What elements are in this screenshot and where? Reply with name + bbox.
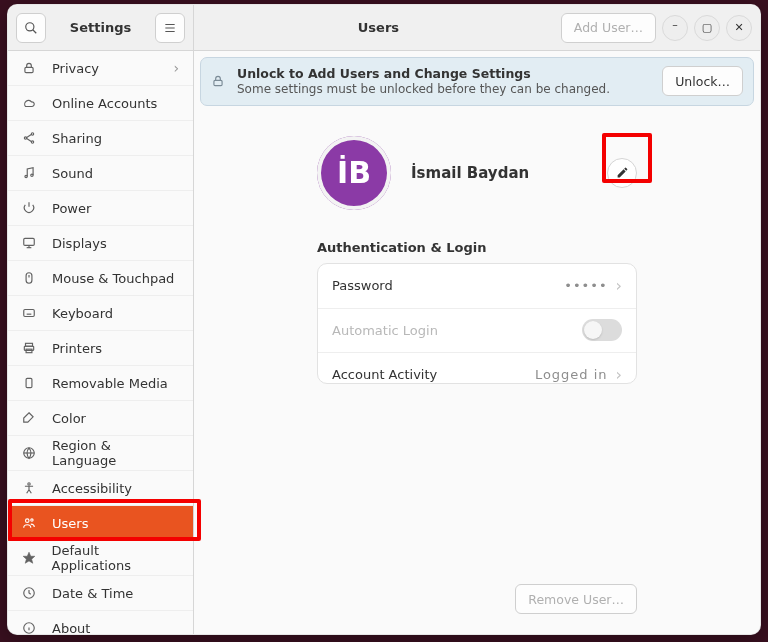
svg-point-7: [24, 137, 26, 139]
sidebar-item-accessibility[interactable]: Accessibility: [8, 471, 193, 506]
power-icon: [22, 201, 40, 215]
sidebar[interactable]: Privacy›Online AccountsSharingSoundPower…: [8, 51, 194, 634]
settings-window: Settings Users Add User… – ▢ ✕ Privacy›O…: [7, 4, 761, 635]
search-button[interactable]: [16, 13, 46, 43]
sidebar-item-about[interactable]: About: [8, 611, 193, 634]
sidebar-item-removable-media[interactable]: Removable Media: [8, 366, 193, 401]
printer-icon: [22, 341, 40, 355]
sidebar-item-label: Power: [52, 201, 91, 216]
sidebar-item-online-accounts[interactable]: Online Accounts: [8, 86, 193, 121]
sidebar-item-label: Default Applications: [52, 543, 179, 573]
sidebar-item-mouse-touchpad[interactable]: Mouse & Touchpad: [8, 261, 193, 296]
lock-icon: [211, 74, 225, 88]
infobar-texts: Unlock to Add Users and Change Settings …: [237, 66, 650, 97]
note-icon: [22, 166, 40, 180]
svg-line-1: [33, 29, 37, 33]
sidebar-item-label: Sound: [52, 166, 93, 181]
star-icon: [22, 551, 40, 565]
sidebar-item-label: Color: [52, 411, 86, 426]
row-label: Account Activity: [332, 367, 535, 382]
cloud-icon: [22, 96, 40, 110]
sidebar-item-sharing[interactable]: Sharing: [8, 121, 193, 156]
sidebar-item-label: Privacy: [52, 61, 99, 76]
auth-section-title: Authentication & Login: [317, 240, 637, 255]
auth-row-account-activity[interactable]: Account ActivityLogged in›: [318, 352, 636, 384]
svg-rect-38: [214, 81, 222, 86]
svg-point-6: [31, 133, 33, 135]
svg-point-32: [31, 519, 33, 521]
row-value: •••••: [564, 278, 607, 293]
sidebar-item-label: Online Accounts: [52, 96, 157, 111]
sidebar-item-label: Sharing: [52, 131, 102, 146]
svg-rect-26: [26, 378, 32, 387]
svg-rect-13: [24, 238, 35, 245]
auth-row-password[interactable]: Password•••••›: [318, 264, 636, 308]
sidebar-item-label: Date & Time: [52, 586, 133, 601]
unlock-infobar: Unlock to Add Users and Change Settings …: [200, 57, 754, 106]
users-icon: [22, 516, 40, 530]
profile-row: İB İsmail Baydan: [317, 136, 637, 210]
svg-point-11: [25, 175, 27, 177]
sidebar-item-power[interactable]: Power: [8, 191, 193, 226]
sidebar-item-keyboard[interactable]: Keyboard: [8, 296, 193, 331]
sidebar-item-label: About: [52, 621, 90, 635]
hamburger-button[interactable]: [155, 13, 185, 43]
removable-icon: [22, 376, 40, 390]
svg-line-10: [27, 139, 32, 142]
sidebar-item-color[interactable]: Color: [8, 401, 193, 436]
lock-icon: [22, 61, 40, 75]
sidebar-item-label: Mouse & Touchpad: [52, 271, 174, 286]
sidebar-item-users[interactable]: Users: [8, 506, 193, 541]
minimize-button[interactable]: –: [662, 15, 688, 41]
sidebar-item-printers[interactable]: Printers: [8, 331, 193, 366]
sidebar-item-region-language[interactable]: Region & Language: [8, 436, 193, 471]
sidebar-item-label: Accessibility: [52, 481, 132, 496]
sidebar-item-privacy[interactable]: Privacy›: [8, 51, 193, 86]
svg-point-8: [31, 141, 33, 143]
svg-point-30: [28, 483, 30, 485]
maximize-icon: ▢: [702, 21, 712, 34]
row-value: Logged in: [535, 367, 608, 382]
svg-marker-33: [23, 552, 35, 563]
color-icon: [22, 411, 40, 425]
svg-point-31: [26, 519, 30, 523]
sidebar-item-default-applications[interactable]: Default Applications: [8, 541, 193, 576]
keyboard-icon: [22, 306, 40, 320]
sidebar-item-label: Displays: [52, 236, 107, 251]
mouse-icon: [22, 271, 40, 285]
svg-point-12: [31, 174, 33, 176]
infobar-title: Unlock to Add Users and Change Settings: [237, 66, 650, 82]
svg-line-9: [27, 135, 32, 138]
headerbar-right: Users Add User… – ▢ ✕: [194, 13, 760, 43]
unlock-button[interactable]: Unlock…: [662, 66, 743, 96]
toggle-switch[interactable]: [582, 319, 622, 341]
close-button[interactable]: ✕: [726, 15, 752, 41]
auth-list: Password•••••›Automatic LoginAccount Act…: [317, 263, 637, 384]
auth-row-automatic-login: Automatic Login: [318, 308, 636, 352]
svg-rect-18: [24, 310, 35, 317]
sidebar-item-displays[interactable]: Displays: [8, 226, 193, 261]
sidebar-item-label: Users: [52, 516, 88, 531]
sidebar-item-sound[interactable]: Sound: [8, 156, 193, 191]
svg-rect-5: [25, 67, 33, 72]
close-icon: ✕: [734, 21, 743, 34]
headerbar: Settings Users Add User… – ▢ ✕: [8, 5, 760, 51]
sidebar-item-label: Region & Language: [52, 438, 179, 468]
settings-title: Settings: [52, 20, 149, 35]
chevron-right-icon: ›: [616, 365, 622, 384]
sidebar-item-date-time[interactable]: Date & Time: [8, 576, 193, 611]
menu-icon: [163, 21, 177, 35]
content: İB İsmail Baydan Authentication & Login …: [194, 112, 760, 634]
access-icon: [22, 481, 40, 495]
edit-name-button[interactable]: [607, 158, 637, 188]
remove-user-button[interactable]: Remove User…: [515, 584, 637, 614]
maximize-button[interactable]: ▢: [694, 15, 720, 41]
info-icon: [22, 621, 40, 634]
clock-icon: [22, 586, 40, 600]
body: Privacy›Online AccountsSharingSoundPower…: [8, 51, 760, 634]
row-label: Password: [332, 278, 564, 293]
avatar[interactable]: İB: [317, 136, 391, 210]
chevron-right-icon: ›: [616, 276, 622, 295]
add-user-button[interactable]: Add User…: [561, 13, 656, 43]
display-icon: [22, 236, 40, 250]
